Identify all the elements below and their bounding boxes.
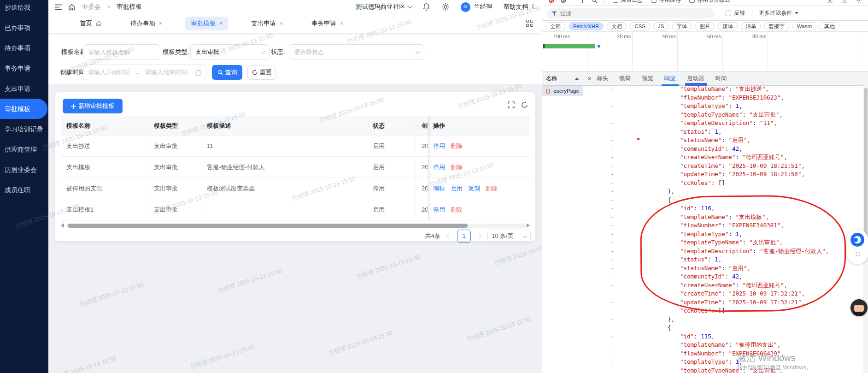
fold-marker-icon[interactable]: -: [584, 272, 659, 281]
breadcrumb-parent[interactable]: 业委会: [82, 3, 101, 11]
fold-marker-icon[interactable]: -: [584, 358, 659, 367]
detail-tab[interactable]: 载荷: [619, 71, 631, 86]
tab-close-icon[interactable]: [159, 20, 162, 27]
action-link[interactable]: 启用: [451, 185, 463, 192]
help-doc-link[interactable]: 帮助文档《: [504, 3, 535, 11]
tab-layout-grid-icon[interactable]: [526, 20, 534, 27]
sidebar-item[interactable]: 学习培训记录: [0, 119, 48, 139]
request-type-chip[interactable]: JS: [653, 22, 669, 30]
fold-marker-icon[interactable]: -: [584, 170, 659, 179]
fullscreen-icon[interactable]: [508, 101, 515, 108]
settings-gear-icon[interactable]: [856, 0, 862, 3]
checkbox-icon[interactable]: [651, 0, 657, 3]
action-link[interactable]: 删除: [451, 164, 463, 171]
devtools-scrollbar[interactable]: [863, 71, 868, 373]
fold-marker-icon[interactable]: -: [584, 298, 659, 307]
scroll-left-icon[interactable]: [61, 223, 64, 228]
fold-marker-icon[interactable]: -: [584, 367, 659, 373]
fold-marker-icon[interactable]: -: [584, 162, 659, 171]
filter-icon[interactable]: [580, 0, 585, 3]
request-type-chip[interactable]: 图片: [695, 22, 715, 30]
close-detail-icon[interactable]: [587, 74, 592, 82]
table-row[interactable]: 支出抄送 支出审批 11 启用 20 停用删除: [61, 136, 530, 157]
request-type-chip[interactable]: 全部: [545, 22, 565, 30]
toolbar-checkbox[interactable]: 停用节流模式: [689, 0, 730, 4]
fold-marker-icon[interactable]: -: [584, 349, 659, 358]
clear-icon[interactable]: [561, 0, 566, 3]
fold-marker-icon[interactable]: -: [584, 111, 659, 119]
template-name-input[interactable]: [83, 44, 160, 60]
add-template-button[interactable]: 新增审批模板: [63, 99, 123, 113]
reset-button[interactable]: 重置: [247, 65, 276, 80]
prev-page-icon[interactable]: [446, 233, 451, 238]
fold-marker-icon[interactable]: -: [584, 315, 659, 324]
action-link[interactable]: 删除: [486, 185, 498, 192]
import-har-icon[interactable]: [827, 0, 833, 3]
request-type-chip[interactable]: CSS: [630, 22, 650, 30]
table-row[interactable]: 支出模板 支出审批 客服-物业经理-付款人 启用 20 停用删除: [61, 157, 530, 178]
response-json-viewer[interactable]: - "templateName": "支出抄送", - "flowNumber"…: [584, 85, 863, 373]
horizontal-scrollbar[interactable]: [61, 223, 530, 228]
floating-avatar[interactable]: [850, 299, 868, 316]
fold-marker-icon[interactable]: -: [584, 196, 659, 205]
action-link[interactable]: 删除: [451, 206, 463, 213]
user-menu[interactable]: 兰 兰经理: [461, 2, 493, 12]
fold-marker-icon[interactable]: -: [584, 102, 659, 111]
detail-tab[interactable]: 时间: [716, 71, 727, 86]
request-type-chip[interactable]: 字体: [672, 22, 692, 30]
home-icon[interactable]: [68, 4, 76, 11]
scroll-right-icon[interactable]: [527, 223, 530, 228]
collapse-menu-icon[interactable]: [55, 4, 62, 10]
fold-marker-icon[interactable]: -: [584, 230, 659, 239]
bell-icon[interactable]: [422, 3, 430, 11]
detail-tab[interactable]: 响应: [664, 71, 676, 86]
table-row[interactable]: 被停用的支出 支出审批 模板测试改变类型 停用 20 编辑启用复制删除: [61, 178, 530, 199]
export-har-icon[interactable]: [841, 0, 847, 3]
more-filters-button[interactable]: 更多过滤条件: [759, 9, 798, 17]
fold-marker-icon[interactable]: -: [584, 153, 659, 162]
tab-close-icon[interactable]: [280, 20, 283, 27]
fold-marker-icon[interactable]: -: [584, 94, 659, 102]
fold-marker-icon[interactable]: -: [584, 128, 659, 136]
fold-marker-icon[interactable]: -: [584, 136, 659, 145]
fold-marker-icon[interactable]: -: [584, 324, 659, 332]
action-link[interactable]: 停用: [433, 206, 445, 213]
detail-tab[interactable]: 预览: [642, 71, 653, 86]
sidebar-item[interactable]: 已办事项: [0, 18, 48, 38]
fold-marker-icon[interactable]: -: [584, 307, 659, 315]
record-icon[interactable]: [549, 0, 554, 3]
request-row-querypage[interactable]: {} queryPage: [542, 86, 583, 96]
filter-input[interactable]: [547, 8, 714, 18]
toolbar-checkbox[interactable]: 保留日志: [613, 0, 643, 4]
sidebar-item[interactable]: 历届业委会: [0, 160, 48, 180]
sidebar-item[interactable]: 成员任职: [0, 180, 48, 200]
fold-marker-icon[interactable]: -: [584, 238, 659, 247]
tab-close-icon[interactable]: [340, 20, 343, 27]
refresh-icon[interactable]: [521, 101, 528, 108]
sidebar-item[interactable]: 供应商管理: [0, 139, 48, 160]
filter-input-field[interactable]: [560, 10, 689, 17]
checkbox-icon[interactable]: [689, 0, 695, 3]
page-tab[interactable]: 事务申请: [306, 17, 349, 30]
community-selector[interactable]: 测试德玛西亚社区: [356, 3, 411, 11]
current-page[interactable]: 1: [457, 230, 471, 243]
template-name-input-field[interactable]: [88, 49, 155, 56]
search-button[interactable]: 查询: [212, 65, 242, 80]
sidebar-item[interactable]: 待办事项: [0, 38, 48, 58]
request-type-chip[interactable]: 其他: [820, 22, 839, 30]
date-range-input[interactable]: 请输入开始时间 → 请输入结束时间: [83, 65, 206, 80]
request-type-chip[interactable]: 文档: [607, 22, 627, 30]
toolbar-checkbox[interactable]: 停用缓存: [651, 0, 681, 4]
name-column-header[interactable]: 名称: [542, 71, 583, 86]
request-type-chip[interactable]: Fetch/XHR: [569, 22, 604, 30]
scrollbar-thumb[interactable]: [68, 224, 468, 228]
table-row[interactable]: 支出模板1 支出审批 启用 20 停用删除: [61, 199, 530, 220]
fold-marker-icon[interactable]: -: [584, 179, 659, 188]
search-icon[interactable]: [592, 0, 598, 3]
fold-marker-icon[interactable]: -: [584, 204, 659, 213]
page-tab[interactable]: 首页: [74, 17, 107, 30]
gear-icon[interactable]: [441, 3, 450, 11]
invert-checkbox[interactable]: 反转: [726, 9, 745, 17]
request-type-chip[interactable]: 套接字: [764, 22, 789, 30]
status-select[interactable]: 请选择状态: [289, 44, 424, 60]
